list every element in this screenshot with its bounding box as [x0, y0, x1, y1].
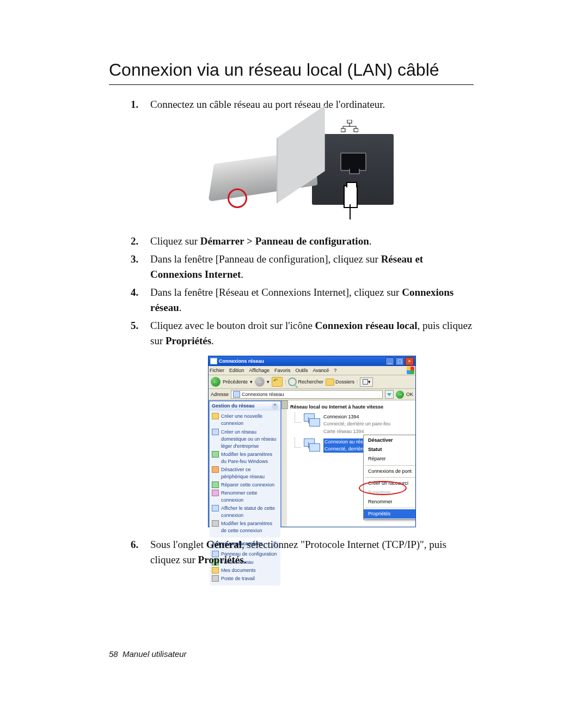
windows-logo-icon: [407, 367, 414, 374]
ctx-status[interactable]: Statut: [364, 445, 415, 454]
step-4-pre: Dans la fenêtre [Réseau et Connexions In…: [150, 287, 402, 298]
menu-avance[interactable]: Avancé: [313, 367, 329, 374]
task-new-connection[interactable]: Créer une nouvelle connexion: [212, 412, 278, 428]
task-disable[interactable]: Désactiver ce périphérique réseau: [212, 466, 278, 481]
step-3: Dans la fenêtre [Panneau de configuratio…: [131, 252, 474, 282]
step-5-bold2: Propriétés: [166, 335, 211, 346]
repair-icon: [212, 482, 219, 488]
task-repair[interactable]: Réparer cette connexion: [212, 481, 278, 489]
menu-help[interactable]: ?: [334, 367, 336, 374]
svg-rect-5: [341, 129, 345, 132]
page-title: Connexion via un réseau local (LAN) câbl…: [109, 60, 474, 80]
title-bar[interactable]: Connexions réseau _ ▢ ×: [209, 356, 415, 366]
step-1: Connectez un câble réseau au port réseau…: [131, 97, 474, 230]
address-dropdown[interactable]: [385, 390, 394, 399]
menu-affichage[interactable]: Affichage: [249, 367, 270, 374]
step-5-bold: Connexion réseau local: [315, 320, 418, 331]
task-status[interactable]: Afficher le statut de cette connexion: [212, 504, 278, 520]
ctx-rename[interactable]: Renommer: [364, 497, 415, 507]
forward-button[interactable]: →: [255, 377, 265, 387]
address-label: Adresse: [211, 391, 229, 398]
ctx-delete: Supprimer: [364, 488, 415, 497]
content-pane: Réseau local ou Internet à haute vitesse…: [281, 400, 415, 527]
go-button[interactable]: →: [396, 391, 404, 399]
computer-icon: [212, 575, 219, 582]
laptop-illustration: [211, 153, 318, 196]
collapse-icon[interactable]: ˄: [272, 403, 278, 410]
conn1-device: Carte réseau 1394: [323, 428, 390, 435]
network-connection-icon: [304, 413, 320, 426]
step-4: Dans la fenêtre [Réseau et Connexions In…: [131, 285, 474, 315]
ctx-repair[interactable]: Réparer: [364, 454, 415, 464]
firewall-icon: [212, 451, 219, 458]
ctx-separator: [365, 465, 415, 466]
status-icon: [212, 505, 219, 511]
step-3-post: .: [241, 269, 243, 280]
ctx-shortcut[interactable]: Créer un raccourci: [364, 479, 415, 488]
ethernet-plug-icon: [344, 185, 358, 208]
ctx-disable[interactable]: Désactiver: [364, 436, 415, 445]
step-6-bold: Général: [206, 539, 242, 550]
ctx-properties[interactable]: Propriétés: [364, 509, 415, 519]
folder-icon: [326, 379, 334, 386]
step-1-text: Connectez un câble réseau au port réseau…: [150, 99, 385, 110]
disable-icon: [212, 466, 219, 473]
place-documents[interactable]: Mes documents: [212, 566, 278, 575]
menu-favoris[interactable]: Favoris: [274, 367, 291, 374]
network-port-icon: [341, 120, 358, 133]
ctx-separator: [365, 508, 415, 508]
ctx-bridge[interactable]: Connexions de pont: [364, 467, 415, 476]
menu-edition[interactable]: Edition: [229, 367, 244, 374]
task-firewall[interactable]: Modifier les paramètres du Pare-feu Wind…: [212, 450, 278, 466]
step-4-post: .: [179, 302, 182, 313]
views-button[interactable]: ▾: [360, 377, 373, 387]
place-computer[interactable]: Poste de travail: [212, 575, 278, 583]
step-6: Sous l'onglet Général, sélectionnez "Pro…: [131, 537, 474, 567]
network-connection-icon: [304, 438, 320, 452]
menu-outils[interactable]: Outils: [295, 367, 308, 374]
rename-icon: [212, 490, 219, 496]
home-network-icon: [212, 429, 219, 435]
maximize-button[interactable]: ▢: [395, 357, 404, 365]
new-connection-icon: [212, 413, 219, 419]
task-settings[interactable]: Modifier les paramètres de cette connexi…: [212, 520, 278, 535]
address-value: Connexions réseau: [242, 391, 284, 398]
documents-icon: [212, 567, 219, 574]
step-5-pre: Cliquez avec le bouton droit sur l'icône: [150, 320, 315, 331]
step-6-pre: Sous l'onglet: [150, 539, 206, 550]
settings-icon: [212, 520, 219, 527]
close-button[interactable]: ×: [405, 357, 414, 365]
task-rename[interactable]: Renommer cette connexion: [212, 489, 278, 504]
back-label: Précédente: [223, 379, 248, 386]
step-6-bold2: Propriétés: [198, 554, 244, 565]
scrollbar[interactable]: [281, 400, 287, 527]
highlight-circle: [228, 188, 247, 208]
minimize-button[interactable]: _: [385, 357, 394, 365]
step-2-pre: Cliquez sur: [150, 235, 200, 247]
back-button[interactable]: ←: [211, 377, 220, 387]
search-button[interactable]: Rechercher: [288, 377, 323, 386]
figure-laptop-lan: [150, 120, 474, 215]
panel-header-tasks[interactable]: Gestion du réseau ˄: [210, 401, 280, 411]
svg-rect-0: [347, 120, 352, 123]
manual-page: Connexion via un réseau local (LAN) câbl…: [0, 0, 588, 713]
up-button[interactable]: [272, 377, 283, 387]
scrollbar-thumb[interactable]: [281, 400, 288, 409]
conn1-status: Connecté, derrière un pare-feu: [323, 421, 390, 428]
ethernet-cable: [350, 204, 351, 220]
step-5: Cliquez avec le bouton droit sur l'icône…: [131, 318, 474, 527]
instruction-list: Connectez un câble réseau au port réseau…: [131, 97, 474, 567]
window-body: Gestion du réseau ˄ Créer une nouvelle c…: [209, 400, 415, 527]
task-home-network[interactable]: Créer un réseau domestique ou un réseau …: [212, 428, 278, 450]
sidebar-panel-tasks: Gestion du réseau ˄ Créer une nouvelle c…: [210, 401, 280, 538]
address-input[interactable]: Connexions réseau: [231, 390, 383, 399]
address-bar: Adresse Connexions réseau → OK: [209, 389, 415, 400]
menu-bar: Fichier Edition Affichage Favoris Outils…: [209, 366, 415, 375]
page-footer: 58 Manuel utilisateur: [109, 649, 187, 659]
menu-fichier[interactable]: Fichier: [210, 367, 224, 374]
folders-button[interactable]: Dossiers: [326, 379, 354, 386]
window-title: Connexions réseau: [219, 358, 384, 365]
step-3-pre: Dans la fenêtre [Panneau de configuratio…: [150, 253, 381, 265]
sidebar: Gestion du réseau ˄ Créer une nouvelle c…: [209, 400, 281, 527]
connection-1394[interactable]: Connexion 1394 Connecté, derrière un par…: [295, 413, 415, 435]
